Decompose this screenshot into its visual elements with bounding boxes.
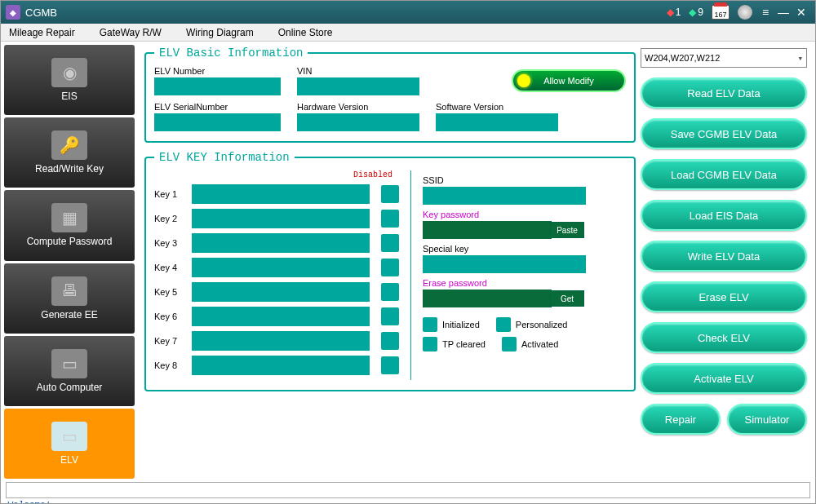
key6-label: Key 6	[154, 312, 192, 321]
activate-elv-button[interactable]: Activate ELV	[641, 363, 807, 394]
menu-icon[interactable]: ≡	[760, 6, 771, 19]
title-bar: ◆ CGMB ◆1 ◆9 167 ≡ — ✕	[1, 1, 815, 24]
key1-disable[interactable]	[381, 185, 399, 203]
sidebar-item-readwrite[interactable]: 🔑Read/Write Key	[4, 117, 135, 188]
welcome-text: Welcome!	[1, 498, 815, 504]
elv-number-field[interactable]	[154, 77, 281, 95]
checkbox-icon	[496, 317, 511, 332]
keypw-label: Key password	[423, 210, 626, 219]
eis-icon: ◉	[51, 58, 87, 87]
calendar-badge: 167	[712, 5, 730, 20]
chk-personalized[interactable]: Personalized	[496, 317, 568, 332]
menu-wiring[interactable]: Wiring Diagram	[186, 27, 254, 38]
close-icon[interactable]: ✕	[796, 6, 807, 19]
checkbox-icon	[423, 317, 437, 332]
checkbox-icon	[423, 337, 437, 351]
check-elv-button[interactable]: Check ELV	[641, 322, 807, 353]
key6-field[interactable]	[192, 307, 370, 326]
repair-button[interactable]: Repair	[641, 404, 721, 435]
hw-label: Hardware Version	[297, 102, 419, 112]
credits-red: ◆1	[667, 7, 681, 18]
key3-field[interactable]	[192, 233, 370, 253]
sw-field[interactable]	[436, 113, 558, 131]
diamond-red-icon: ◆	[667, 7, 674, 18]
divider	[410, 170, 411, 380]
special-label: Special key	[423, 244, 626, 254]
write-elv-button[interactable]: Write ELV Data	[641, 241, 807, 272]
key8-field[interactable]	[192, 356, 370, 375]
disabled-label: Disabled	[154, 170, 392, 179]
right-panel: W204,W207,W212 Read ELV Data Save CGMB E…	[639, 42, 815, 482]
chk-tpcleared[interactable]: TP cleared	[423, 337, 486, 351]
diamond-green-icon: ◆	[689, 7, 696, 18]
elv-basic-group: ELV Basic Information ELV Number VIN All…	[144, 46, 636, 143]
ecu-icon: ▭	[51, 349, 87, 378]
elv-basic-legend: ELV Basic Information	[154, 46, 308, 60]
key4-disable[interactable]	[381, 259, 399, 276]
sidebar-item-elv[interactable]: ▭ELV	[4, 409, 135, 479]
checkbox-icon	[502, 337, 517, 351]
key5-field[interactable]	[192, 282, 370, 302]
printer-icon: 🖶	[51, 276, 87, 306]
key2-field[interactable]	[192, 209, 370, 228]
key5-disable[interactable]	[381, 283, 399, 301]
sidebar-item-computepw[interactable]: ▦Compute Password	[4, 190, 135, 260]
erasepw-label: Erase password	[423, 278, 626, 288]
menu-store[interactable]: Online Store	[278, 27, 333, 38]
load-eis-button[interactable]: Load EIS Data	[641, 200, 807, 231]
sidebar-item-autocomp[interactable]: ▭Auto Computer	[4, 336, 135, 406]
load-cgmb-button[interactable]: Load CGMB ELV Data	[641, 159, 807, 190]
calendar-icon: 167	[712, 5, 730, 20]
sidebar: ◉EIS 🔑Read/Write Key ▦Compute Password 🖶…	[1, 42, 138, 482]
paste-button[interactable]: Paste	[550, 222, 584, 238]
key4-field[interactable]	[192, 258, 370, 277]
ssid-label: SSID	[423, 175, 626, 185]
key7-field[interactable]	[192, 331, 370, 351]
key3-label: Key 3	[154, 238, 192, 248]
chk-initialized[interactable]: Initialized	[423, 317, 480, 332]
get-button[interactable]: Get	[550, 290, 584, 307]
key8-label: Key 8	[154, 360, 192, 370]
special-field[interactable]	[423, 255, 586, 273]
key3-disable[interactable]	[381, 234, 399, 252]
elv-key-legend: ELV KEY Information	[154, 151, 295, 164]
elv-icon: ▭	[51, 422, 87, 451]
read-elv-button[interactable]: Read ELV Data	[641, 77, 807, 108]
minimize-icon[interactable]: —	[778, 6, 789, 19]
key8-disable[interactable]	[381, 356, 399, 374]
key1-label: Key 1	[154, 189, 192, 199]
allow-modify-button[interactable]: Allow Modify	[512, 69, 626, 92]
hw-field[interactable]	[297, 113, 419, 131]
menu-bar: Mileage Repair GateWay R/W Wiring Diagra…	[1, 24, 815, 42]
menu-gateway[interactable]: GateWay R/W	[100, 27, 162, 38]
elv-key-group: ELV KEY Information Disabled Key 1 Key 2…	[144, 151, 636, 391]
ssid-field[interactable]	[423, 187, 586, 205]
key6-disable[interactable]	[381, 307, 399, 325]
key5-label: Key 5	[154, 287, 192, 297]
key2-disable[interactable]	[381, 210, 399, 228]
key4-label: Key 4	[154, 263, 192, 272]
app-title: CGMB	[25, 7, 57, 19]
key7-disable[interactable]	[381, 332, 399, 350]
chk-activated[interactable]: Activated	[502, 337, 558, 351]
credits-green: ◆9	[689, 7, 703, 18]
key1-field[interactable]	[192, 184, 370, 204]
key-icon: 🔑	[51, 130, 87, 160]
cpu-icon: ▦	[51, 203, 87, 232]
key2-label: Key 2	[154, 214, 192, 223]
erase-elv-button[interactable]: Erase ELV	[641, 281, 807, 312]
vin-field[interactable]	[297, 77, 419, 95]
keypw-field[interactable]	[423, 221, 552, 239]
medal-badge	[738, 5, 752, 20]
app-logo-icon: ◆	[6, 5, 20, 20]
sidebar-item-generateee[interactable]: 🖶Generate EE	[4, 263, 135, 334]
model-dropdown[interactable]: W204,W207,W212	[641, 48, 807, 68]
save-cgmb-button[interactable]: Save CGMB ELV Data	[641, 118, 807, 149]
vin-label: VIN	[297, 66, 419, 76]
simulator-button[interactable]: Simulator	[727, 404, 807, 435]
sidebar-item-eis[interactable]: ◉EIS	[4, 45, 135, 115]
serial-field[interactable]	[154, 113, 281, 131]
serial-label: ELV SerialNumber	[154, 102, 281, 112]
menu-mileage[interactable]: Mileage Repair	[9, 27, 75, 38]
erasepw-field[interactable]	[423, 290, 552, 307]
